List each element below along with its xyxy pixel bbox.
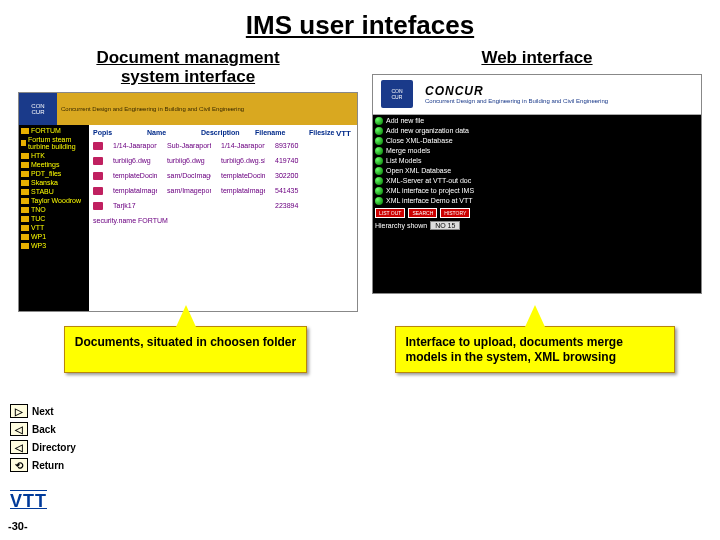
folder-item[interactable]: Taylor Woodrow (21, 197, 87, 204)
menu-label: Open XML Database (386, 167, 451, 174)
hierarchy-row: Hierarchy shown NO 15 (375, 221, 699, 230)
hierarchy-label: Hierarchy shown (375, 222, 427, 229)
folder-icon (21, 189, 29, 195)
menu-item[interactable]: Open XML Database (375, 167, 699, 175)
bullet-icon (375, 187, 383, 195)
cell: sam/Imageportil (167, 187, 211, 195)
file-icon (93, 202, 103, 210)
vtt-label: VTT (336, 129, 351, 138)
folder-item[interactable]: TUC (21, 215, 87, 222)
nav-label: Directory (32, 442, 76, 453)
folder-item[interactable]: PDT_files (21, 170, 87, 177)
menu-item[interactable]: Merge models (375, 147, 699, 155)
nav-icon: ⟲ (10, 458, 28, 472)
cell: templataImageportil (113, 187, 157, 195)
action-buttons: LIST OUTSEARCHHISTORY (375, 208, 699, 218)
folder-item[interactable]: Meetings (21, 161, 87, 168)
menu-item[interactable]: XML interface to project IMS (375, 187, 699, 195)
cell: templateDocimage (113, 172, 157, 180)
nav-return[interactable]: ⟲Return (10, 458, 76, 472)
column-header: Popis (93, 129, 137, 136)
menu-label: XML-Server at VTT-out doc (386, 177, 471, 184)
folder-label: FORTUM (31, 127, 61, 134)
menu-item[interactable]: XML-Server at VTT-out doc (375, 177, 699, 185)
folder-icon (21, 234, 29, 240)
bullet-icon (375, 177, 383, 185)
cell: sam/DocImage (167, 172, 211, 180)
folder-item[interactable]: WP3 (21, 242, 87, 249)
menu-label: XML interface to project IMS (386, 187, 474, 194)
folder-icon (21, 180, 29, 186)
bullet-icon (375, 147, 383, 155)
nav-label: Return (32, 460, 64, 471)
cell: templataImageportil.zip (221, 187, 265, 195)
doc-list-header: PopisNameDescriptionFilenameFilesize (93, 129, 353, 136)
action-button[interactable]: SEARCH (408, 208, 437, 218)
folder-label: TUC (31, 215, 45, 222)
nav-next[interactable]: ▷Next (10, 404, 76, 418)
action-button[interactable]: HISTORY (440, 208, 470, 218)
folder-item[interactable]: HTK (21, 152, 87, 159)
folder-icon (21, 171, 29, 177)
menu-label: Add new organization data (386, 127, 469, 134)
nav-label: Next (32, 406, 54, 417)
action-button[interactable]: LIST OUT (375, 208, 405, 218)
folder-label: HTK (31, 152, 45, 159)
left-heading: Document managment system interface (18, 49, 358, 86)
table-row[interactable]: 1/14-JaaraportilSub-Jaaraportil1/14-Jaar… (93, 142, 353, 150)
table-row[interactable]: turbiig6.dwgturbiig6.dwgturbiig6.dwg.sbr… (93, 157, 353, 165)
menu-item[interactable]: Close XML-Database (375, 137, 699, 145)
cell: templateDocimage.sbr (221, 172, 265, 180)
folder-item[interactable]: STABU (21, 188, 87, 195)
folder-item[interactable]: TNO (21, 206, 87, 213)
menu-item[interactable]: List Models (375, 157, 699, 165)
menu-item[interactable]: Add new organization data (375, 127, 699, 135)
concur-logo-icon: CON CUR (19, 93, 57, 125)
folder-item[interactable]: Fortum steam turbine building (21, 136, 87, 150)
right-column: Web interface CON CUR CONCUR Concurrent … (372, 49, 702, 312)
folder-item[interactable]: FORTUM (21, 127, 87, 134)
nav-back[interactable]: ◁Back (10, 422, 76, 436)
folder-label: Skanska (31, 179, 58, 186)
menu-label: Close XML-Database (386, 137, 453, 144)
cell: turbiig6.dwg (167, 157, 211, 165)
cell: 541435 (275, 187, 319, 195)
folder-icon (21, 216, 29, 222)
folder-icon (21, 162, 29, 168)
right-heading: Web interface (372, 49, 702, 68)
menu-item[interactable]: Add new file (375, 117, 699, 125)
concur-logo-icon: CON CUR (381, 80, 413, 108)
column-header: Name (147, 129, 191, 136)
folder-label: TNO (31, 206, 46, 213)
security-footer: security.name FORTUM (93, 217, 353, 224)
menu-label: List Models (386, 157, 421, 164)
nav-directory[interactable]: ◁Directory (10, 440, 76, 454)
cell: 893760 (275, 142, 319, 150)
folder-item[interactable]: WP1 (21, 233, 87, 240)
content-columns: Document managment system interface CON … (0, 49, 720, 312)
file-icon (93, 172, 103, 180)
menu-item[interactable]: XML interface Demo at VTT (375, 197, 699, 205)
folder-item[interactable]: VTT (21, 224, 87, 231)
cell: turbiig6.dwg (113, 157, 157, 165)
table-row[interactable]: Tarjk17223894 (93, 202, 353, 210)
cell: 302200 (275, 172, 319, 180)
cell: Sub-Jaaraportil (167, 142, 211, 150)
slide-number: -30- (8, 520, 28, 532)
cell (221, 202, 265, 210)
nav-label: Back (32, 424, 56, 435)
folder-label: Taylor Woodrow (31, 197, 81, 204)
folder-icon (21, 128, 29, 134)
concur-wordmark: CONCUR (425, 84, 701, 98)
concur-tagline: Concurrent Design and Engineering in Bui… (425, 98, 701, 104)
nav-icon: ◁ (10, 440, 28, 454)
concur-banner: Concurrent Design and Engineering in Bui… (57, 93, 357, 125)
table-row[interactable]: templataImageportilsam/Imageportiltempla… (93, 187, 353, 195)
folder-item[interactable]: Skanska (21, 179, 87, 186)
nav-icon: ◁ (10, 422, 28, 436)
bullet-icon (375, 137, 383, 145)
folder-label: VTT (31, 224, 44, 231)
folder-label: WP1 (31, 233, 46, 240)
bullet-icon (375, 167, 383, 175)
table-row[interactable]: templateDocimagesam/DocImagetemplateDoci… (93, 172, 353, 180)
